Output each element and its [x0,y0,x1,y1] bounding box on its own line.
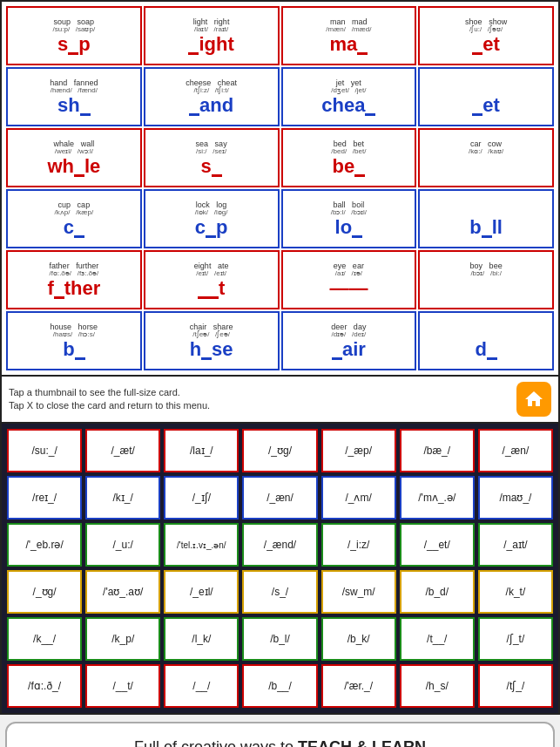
grid-cell-5-1[interactable]: father further /fɑ:.ðə/ /fɜ:.ðə/ fther [6,250,142,309]
phonetics-cell[interactable]: /sw_m/ [321,570,396,614]
phonetics-row-4: /_ʊg/ /'aʊ_.aʊ/ /_eɪl/ /s_/ /sw_m/ /b_d/… [5,568,555,615]
phonetics-cell[interactable]: /_u:/ [85,523,160,567]
cell-word: t [198,278,225,299]
phonetics-cell[interactable]: /laɪ_/ [164,429,239,472]
phonetics-cell[interactable]: /_eɪl/ [164,570,239,614]
grid-cell-6-4[interactable]: d [418,311,554,370]
grid-cell-3-3[interactable]: bed bet /bed/ /bet/ be [281,128,417,187]
phonetics-cell[interactable]: /fɑ:.ð_/ [7,664,82,708]
phonetics-row-6: /fɑ:.ð_/ /__t/ /__/ /b__/ /'ær._/ /h_s/ … [5,662,555,710]
grid-cell-1-3[interactable]: man mad /mæn/ /mæd/ ma [281,6,417,65]
phonetics-cell[interactable]: /_ænd/ [242,523,317,567]
cell-word: d [475,339,496,360]
phonetics-cell[interactable]: /b_l/ [242,617,317,661]
phonetics-cell[interactable]: /h_s/ [400,664,475,708]
grid-cell-2-3[interactable]: jet yet /dʒet/ /jet/ chea [281,67,417,126]
grid-row-6: house horse /haʊs/ /hɔ:s/ b chair share … [5,310,555,371]
grid-cell-5-3[interactable]: eye ear /aɪ/ /ɪə/ —— [281,250,417,309]
phonetics-cell[interactable]: /ʃ_t/ [478,617,553,661]
grid-row-1: soup soap /su:p/ /saʊp/ sp light right /… [5,5,555,66]
phonetics-cell[interactable]: /b__/ [242,664,317,708]
grid-cell-5-2[interactable]: eight ate /eɪt/ /eɪt/ t [144,250,280,309]
grid-cell-3-2[interactable]: sea say /si:/ /seɪ/ s [144,128,280,187]
grid-cell-1-2[interactable]: light right /laɪt/ /raɪt/ ight [144,6,280,65]
cell-word: fther [47,278,100,299]
phonetics-cell[interactable]: /su:_/ [7,429,82,472]
cell-word: et [472,95,500,116]
phonetics-cell[interactable]: /t__/ [400,617,475,661]
phonetics-row-5: /k__/ /k_p/ /l_k/ /b_l/ /b_k/ /t__/ /ʃ_t… [5,615,555,662]
grid-cell-1-4[interactable]: shoe show /ʃu:/ /ʃəʊ/ et [418,6,554,65]
phonetics-cell[interactable]: /bæ_/ [400,429,475,472]
grid-cell-6-1[interactable]: house horse /haʊs/ /hɔ:s/ b [6,311,142,370]
phonetics-cell[interactable]: /_aɪt/ [478,523,553,567]
grid-cell-6-2[interactable]: chair share /tʃeə/ /ʃeə/ hse [144,311,280,370]
home-button[interactable] [516,382,551,417]
grid-cell-6-3[interactable]: deer day /dɪə/ /deɪ/ air [281,311,417,370]
phonetics-cell[interactable]: /_ʊg/ [7,570,82,614]
grid-cell-2-2[interactable]: cheese cheat /tʃi:z/ /tʃi:t/ and [144,67,280,126]
cell-word: b [63,339,84,360]
phonetics-cell[interactable]: /reɪ_/ [7,476,82,520]
cell-word [483,156,489,177]
grid-cell-4-2[interactable]: lock log /lɒk/ /lɒg/ cp [144,189,280,248]
phonetics-cell[interactable]: /_i:z/ [321,523,396,567]
phonetics-cell[interactable]: /_ɪʃ/ [164,476,239,520]
phonetics-cell[interactable]: /__et/ [400,523,475,567]
phonetics-cell[interactable]: /'tel.ɪ.vɪ_.ən/ [164,523,239,567]
phonetics-cell[interactable]: /k__/ [7,617,82,661]
phonetics-cell[interactable]: /__/ [164,664,239,708]
cell-word: cp [195,217,228,238]
cell-word: c [64,217,84,238]
phonetics-cell[interactable]: /'_eb.rə/ [7,523,82,567]
phonetics-cell[interactable]: /tʃ_/ [478,664,553,708]
phonetics-cell[interactable]: /_æt/ [85,429,160,472]
footer-box: Full of creative ways to TEACH & LEARN E… [5,722,555,747]
grid-cell-1-1[interactable]: soup soap /su:p/ /saʊp/ sp [6,6,142,65]
cell-word: sh [57,95,91,116]
cell-word: ight [188,34,233,55]
phonetics-cell[interactable]: /l_k/ [164,617,239,661]
grid-row-3: whale wall /weɪl/ /wɔ:l/ whle sea say /s… [5,127,555,188]
grid-cell-2-4[interactable]: et [418,67,554,126]
phonetics-cell[interactable]: /s_/ [242,570,317,614]
phonetics-cell[interactable]: /b_k/ [321,617,396,661]
cell-word: —— [329,278,368,299]
phonetics-cell[interactable]: /_æp/ [321,429,396,472]
top-word-grid: soup soap /su:p/ /saʊp/ sp light right /… [0,0,560,377]
cell-word: hse [190,339,233,360]
hint-bar: Tap a thumbnail to see the full-size car… [0,377,560,424]
phonetics-cell[interactable]: /_ʌm/ [321,476,396,520]
phonetics-cell[interactable]: /k_p/ [85,617,160,661]
grid-cell-4-4[interactable]: bll [418,189,554,248]
footer-bold-1: TEACH & LEARN [298,738,426,747]
grid-cell-3-4[interactable]: car cow /kɑ:/ /kaʊ/ [418,128,554,187]
cell-word: sp [57,34,91,55]
cell-word: lo [335,217,363,238]
grid-cell-4-3[interactable]: ball boil /bɔ:l/ /bɔɪl/ lo [281,189,417,248]
grid-row-5: father further /fɑ:.ðə/ /fɜ:.ðə/ fther e… [5,249,555,310]
phonetics-cell[interactable]: /_æn/ [242,476,317,520]
phonetics-cell[interactable]: /__t/ [85,664,160,708]
grid-cell-3-1[interactable]: whale wall /weɪl/ /wɔ:l/ whle [6,128,142,187]
phonetics-cell[interactable]: /kɪ_/ [85,476,160,520]
cell-word: s [201,156,222,177]
phonetics-cell[interactable]: /b_d/ [400,570,475,614]
phonetics-cell[interactable]: /'aʊ_.aʊ/ [85,570,160,614]
phonetics-cell[interactable]: /k_t/ [478,570,553,614]
phonetics-cell[interactable]: /maʊ_/ [478,476,553,520]
phonetics-cell[interactable]: /'mʌ_.ə/ [400,476,475,520]
phonetics-row-1: /su:_/ /_æt/ /laɪ_/ /_ʊg/ /_æp/ /bæ_/ /_… [5,427,555,474]
cell-word: whle [47,156,100,177]
cell-word: bll [469,217,503,238]
phonetics-cell[interactable]: /_æn/ [478,429,553,472]
cell-word: ma [329,34,368,55]
cell-word: chea [321,95,375,116]
grid-cell-5-4[interactable]: boy bee /bɔɪ/ /bi:/ [418,250,554,309]
cell-word: and [189,95,233,116]
phonetics-cell[interactable]: /_ʊg/ [242,429,317,472]
grid-cell-2-1[interactable]: hand fanned /hænd/ /fænd/ sh [6,67,142,126]
grid-cell-4-1[interactable]: cup cap /kʌp/ /kæp/ c [6,189,142,248]
home-icon [523,389,544,410]
phonetics-cell[interactable]: /'ær._/ [321,664,396,708]
